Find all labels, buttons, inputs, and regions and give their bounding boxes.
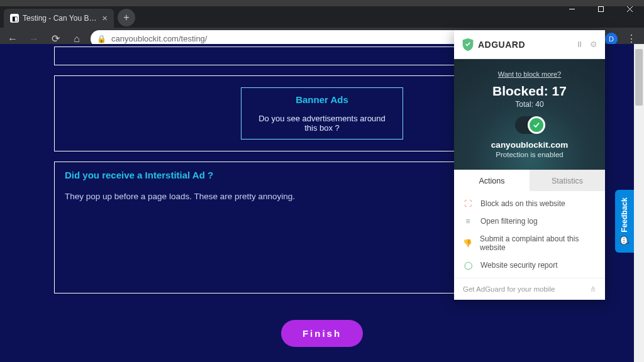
action-complaint[interactable]: 👎Submit a complaint about this website (454, 230, 605, 256)
gear-icon[interactable]: ⚙ (590, 40, 597, 49)
minimize-button[interactable] (557, 0, 586, 18)
question-body: They pop up before a page loads. These a… (65, 190, 450, 203)
android-icon[interactable]: ⋔ (590, 285, 596, 293)
tab-actions[interactable]: Actions (454, 170, 530, 191)
tab-strip: ◧ Testing - Can You Block It ? - A S ✕ + (0, 6, 644, 28)
total-count: Total: 40 (460, 100, 599, 109)
shield-icon: ◯ (463, 261, 473, 270)
tab-statistics[interactable]: Statistics (530, 170, 605, 191)
banner-title: Banner Ads (255, 94, 389, 105)
svg-rect-0 (598, 6, 603, 11)
question-title: Did you receive a Interstitial Ad ? (65, 170, 450, 180)
action-block-ads[interactable]: ⛶Block ads on this website (454, 195, 605, 212)
blocked-count: Blocked: 17 (460, 84, 599, 99)
adguard-logo: ADGUARD (462, 38, 525, 52)
profile-avatar[interactable]: D (605, 33, 618, 45)
thumbs-down-icon: 👎 (463, 239, 472, 248)
protection-toggle[interactable] (515, 116, 544, 134)
list-icon: ≡ (463, 217, 473, 226)
action-security-report[interactable]: ◯Website security report (454, 256, 605, 274)
action-filter-log[interactable]: ≡Open filtering log (454, 212, 605, 230)
adguard-panel: ADGUARD ⏸ ⚙ Want to block more? Blocked:… (454, 30, 605, 300)
footer-text: Get AdGuard for your mobile (463, 285, 555, 293)
finish-button[interactable]: Finish (281, 320, 363, 347)
banner-box: Banner Ads Do you see advertisements aro… (241, 87, 403, 140)
block-more-link[interactable]: Want to block more? (498, 70, 561, 78)
lock-icon: 🔒 (97, 35, 106, 43)
tab-title: Testing - Can You Block It ? - A S (23, 14, 98, 23)
banner-subtitle: Do you see advertisements around this bo… (255, 114, 389, 133)
favicon-icon: ◧ (10, 14, 19, 23)
protection-status: Protection is enabled (460, 151, 599, 158)
close-tab-icon[interactable]: ✕ (102, 14, 108, 23)
close-window-button[interactable] (615, 0, 644, 18)
new-tab-button[interactable]: + (118, 9, 135, 26)
pause-icon[interactable]: ⏸ (575, 40, 584, 49)
feedback-tab[interactable]: 💬 Feedback (615, 190, 634, 253)
scrollbar[interactable] (634, 44, 644, 362)
browser-tab[interactable]: ◧ Testing - Can You Block It ? - A S ✕ (4, 9, 114, 28)
maximize-button[interactable] (586, 0, 615, 18)
domain-label: canyoublockit.com (460, 140, 599, 150)
scrollbar-thumb[interactable] (635, 49, 643, 106)
block-icon: ⛶ (463, 199, 473, 208)
check-icon (528, 116, 545, 134)
